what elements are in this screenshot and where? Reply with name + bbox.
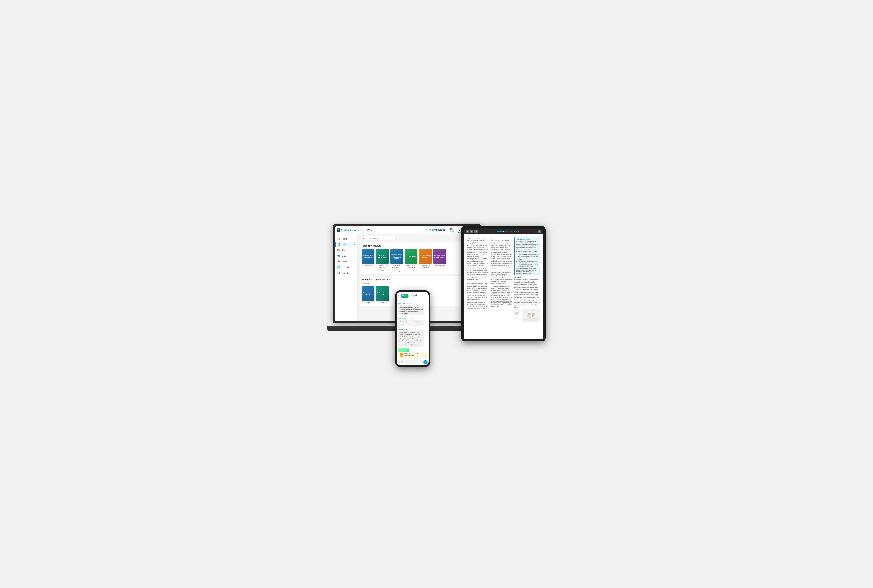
book-cover-learning: Building Trust LearningGames®	[376, 249, 389, 264]
toolbar-search[interactable]: 🔍	[538, 230, 541, 233]
recently-viewed-section: Recently Viewed The Creative Curriculum …	[360, 242, 477, 274]
toolbar-icon-play[interactable]: ▶	[475, 230, 478, 233]
report-chevron: ▾	[354, 272, 355, 274]
assess-icon: ✅	[337, 249, 340, 252]
page-range: 36-37	[509, 231, 513, 232]
workspace-selector[interactable]: IT2 ▾	[365, 229, 426, 232]
sidebar-develop-label: Develop	[342, 261, 355, 262]
book-creative1[interactable]: The Creative Curriculum The Creative Cur…	[405, 249, 418, 272]
toolbar-icons: ≡ ⊞ ▶	[466, 230, 478, 233]
sidebar-report-label: Report	[342, 272, 353, 274]
bubble-1: After lunch, Alicia went to her cubby, g…	[398, 305, 424, 315]
book-routines[interactable]: The Creative Curriculum Routines The Cre…	[419, 249, 432, 272]
message-1: Beth Akers 3:08 PM After lunch, Alicia w…	[398, 302, 427, 315]
total-pages: /	[514, 231, 515, 232]
image-icon[interactable]: 🖼	[401, 361, 404, 363]
toolbar-icon-list[interactable]: ≡	[466, 230, 469, 233]
time-3: 4:02 PM	[409, 328, 414, 330]
teach-part: Teach	[436, 228, 445, 232]
book-label-c1: The Creative Curriculum	[405, 265, 418, 268]
svg-point-2	[532, 313, 535, 316]
recently-viewed-books: The Creative Curriculum Containers Conta…	[362, 249, 475, 272]
book-learning-games[interactable]: Building Trust LearningGames® LearningGa…	[376, 249, 389, 272]
sender-tara-2: Tara Jacobson	[398, 328, 408, 330]
sidebar-item-develop[interactable]: 🎓 Develop	[335, 259, 357, 264]
chat-header: ✕ BA TJ alicia j. members	[397, 292, 428, 300]
book-brand-r: The Creative Curriculum	[419, 255, 431, 256]
book-title-bags: Bags	[366, 294, 371, 295]
chat-user-sub: members	[411, 296, 427, 298]
book-cover-c1: The Creative Curriculum	[405, 249, 417, 264]
conclusion-title: Conclusion	[514, 277, 540, 278]
tablet-toolbar: ≡ ⊞ ▶ 36-37 / 203 🔍	[464, 229, 543, 234]
workspace-chevron: ▾	[371, 230, 372, 231]
smart-part: Smart	[426, 228, 436, 232]
assess-chevron: ▾	[354, 249, 355, 251]
recently-viewed-title: Recently Viewed	[362, 244, 475, 247]
teach-icon: 📋	[337, 243, 340, 246]
book-label-bags: Bags	[362, 302, 375, 304]
message-input[interactable]	[404, 360, 423, 364]
sidebar-item-hub[interactable]: 🌐 The Hub	[335, 264, 357, 270]
book-brand-gs: The Creative Curriculum	[434, 255, 445, 256]
sidebar-item-engage[interactable]: 👥 Engage	[335, 253, 357, 259]
nav-library[interactable]: 📚 Library	[449, 228, 454, 233]
sidebar-item-assess[interactable]: ✅ Assess ▾	[335, 247, 357, 253]
logo-teaching: Teaching	[341, 229, 349, 231]
book-label-lg: LearningGames® for Infants, Toddlers & T…	[376, 265, 389, 272]
book-bags[interactable]: The Creative Curriculum Bags Bags	[362, 286, 375, 304]
book-title-balls: Balls	[380, 294, 385, 295]
phone-device: ✕ BA TJ alicia j. members Beth Akers	[395, 290, 430, 367]
active-underline	[449, 233, 454, 233]
filter-input[interactable]	[366, 236, 395, 240]
nav-chevron-left[interactable]: ‹	[361, 228, 365, 233]
book-brand-v3: The Creative Curriculum	[391, 254, 403, 255]
book-title-lg: LearningGames®	[377, 256, 388, 258]
sidebar-engage-label: Engage	[342, 255, 355, 257]
book-getting-started[interactable]: The Creative Curriculum Getting Started …	[433, 249, 446, 272]
book-label-routines: The Creative Curriculum	[419, 265, 432, 268]
attach-icon[interactable]: 📎	[398, 361, 401, 363]
book-title-r: Routines	[422, 256, 429, 258]
mighty-minutes-bar[interactable]: ⚡ Mighty Minutes - For Twos: Rhythm Ruck…	[398, 352, 427, 358]
book-balls[interactable]: The Creative Curriculum Balls Balls	[376, 286, 389, 304]
workspace-name: IT2	[367, 229, 371, 232]
chat-photo	[398, 348, 409, 352]
book-cover-balls: The Creative Curriculum Balls	[376, 286, 389, 301]
engage-icon: 👥	[337, 254, 340, 257]
chat-footer: 📎 🖼 ▶	[397, 359, 428, 365]
sidebar-item-report[interactable]: 📊 Report ▾	[335, 270, 357, 276]
bubble-2: She does the same thing at home after di…	[398, 320, 424, 326]
toolbar-icon-grid[interactable]: ⊞	[470, 230, 473, 233]
book-cover-containers: The Creative Curriculum Containers	[362, 249, 374, 264]
book-label-balls: Balls	[376, 302, 389, 304]
sidebar-assess-label: Assess	[342, 249, 353, 251]
book-brand-lg: Building Trust	[379, 255, 386, 256]
avatar-group: BA TJ	[401, 294, 409, 298]
results-count: 10 results	[362, 283, 475, 285]
smart-teach-logo: SmartTeach	[426, 228, 445, 232]
sidebar-teach-label: Teach	[342, 243, 353, 246]
close-button[interactable]: ✕	[398, 295, 400, 297]
phone-screen: ✕ BA TJ alicia j. members Beth Akers	[397, 292, 428, 365]
send-button[interactable]: ▶	[424, 360, 428, 364]
active-indicator	[335, 242, 336, 247]
filter-bar: Filter:	[360, 236, 477, 240]
book-title-gs: Getting Started	[434, 256, 445, 258]
book-containers[interactable]: The Creative Curriculum Containers Conta…	[362, 249, 375, 272]
sidebar-item-home[interactable]: 🏠 Home	[335, 236, 357, 242]
time-1: 3:08 PM	[407, 303, 412, 304]
chat-body: Beth Akers 3:08 PM After lunch, Alicia w…	[397, 300, 428, 352]
logo-icon: T	[337, 228, 340, 232]
svg-point-0	[524, 318, 538, 321]
library-icon: 📚	[449, 228, 453, 230]
book-title-v3: Objectives for Development & Learning	[391, 255, 403, 259]
app-header: T TeachingStrategies ‹ IT2 ▾ SmartTeach	[335, 226, 479, 234]
sidebar-hub-label: The Hub	[342, 266, 355, 268]
book-brand: The Creative Curriculum	[362, 255, 374, 256]
book-cover-gs: The Creative Curriculum Getting Started	[433, 249, 446, 264]
sidebar-item-teach[interactable]: 📋 Teach ▾	[335, 242, 357, 247]
book-volume3[interactable]: The Creative Curriculum Objectives for D…	[391, 249, 403, 272]
avatar-tara: TJ	[404, 294, 409, 298]
message-3: Tara Jacobson 4:02 PM Alicia spent 15 mi…	[398, 327, 427, 352]
